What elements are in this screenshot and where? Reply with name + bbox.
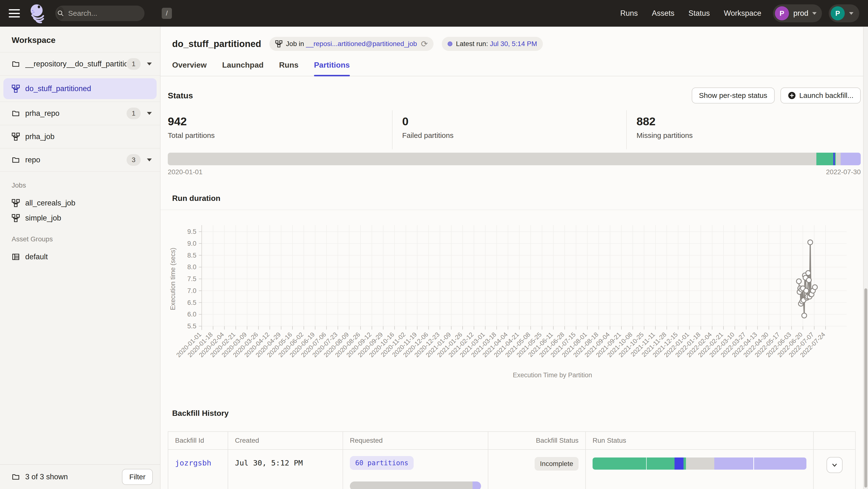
- job-origin-badge: Job in __reposi...artitioned@partitioned…: [269, 37, 434, 51]
- show-per-step-status-button[interactable]: Show per-step status: [692, 88, 775, 103]
- job-icon: [12, 85, 20, 93]
- backfill-history-table: Backfill Id Created Requested Backfill S…: [168, 431, 856, 489]
- global-search[interactable]: /: [55, 6, 145, 21]
- reload-icon[interactable]: ⟳: [421, 39, 428, 49]
- caret-down-icon[interactable]: [147, 112, 152, 115]
- sidebar-item-label: simple_job: [25, 214, 61, 223]
- run-duration-chart[interactable]: 5.56.06.57.07.58.08.59.09.52020-01-01202…: [168, 221, 861, 386]
- caret-down-icon[interactable]: [147, 159, 152, 161]
- count-badge: 1: [127, 107, 141, 119]
- svg-text:6.5: 6.5: [187, 299, 196, 306]
- backfill-row: jozrgsbh Jul 30, 5:12 PM 60 partitions 2…: [168, 450, 856, 489]
- nav-link-assets[interactable]: Assets: [652, 9, 675, 18]
- count-badge: 1: [127, 58, 141, 70]
- search-shortcut-key: /: [162, 8, 172, 19]
- hamburger-menu-icon[interactable]: [9, 9, 20, 18]
- deployment-label: prod: [793, 9, 808, 18]
- sidebar-item-simple-job[interactable]: simple_job: [12, 210, 160, 226]
- search-icon: [57, 7, 64, 20]
- stat-missing-partitions: 882 Missing partitions: [626, 110, 861, 149]
- requested-partitions-bar: [350, 482, 481, 489]
- nav-link-workspace[interactable]: Workspace: [724, 9, 761, 18]
- stat-failed-partitions: 0 Failed partitions: [392, 110, 626, 149]
- col-actions: [813, 431, 856, 450]
- svg-text:7.0: 7.0: [187, 287, 196, 294]
- folder-icon: [12, 473, 20, 481]
- nav-link-status[interactable]: Status: [689, 9, 710, 18]
- launch-backfill-button[interactable]: Launch backfill...: [780, 88, 861, 103]
- run-status-dot-icon: [447, 41, 453, 46]
- svg-text:Execution Time by Partition: Execution Time by Partition: [513, 371, 592, 379]
- job-tabs: Overview Launchpad Runs Partitions: [160, 51, 868, 76]
- sidebar-item-label: default: [25, 253, 48, 261]
- latest-run-label: Latest run:: [456, 40, 488, 48]
- deployment-switcher[interactable]: P prod: [773, 4, 822, 22]
- tab-launchpad[interactable]: Launchpad: [222, 61, 264, 76]
- svg-text:7.5: 7.5: [187, 275, 196, 283]
- sidebar-item-label: repo: [25, 156, 127, 164]
- backfill-history-title: Backfill History: [172, 409, 868, 418]
- backfill-status-badge: Incomplete: [535, 457, 579, 470]
- job-icon: [12, 199, 20, 207]
- sidebar-item-default-group[interactable]: default: [12, 249, 160, 264]
- chevron-down-icon: [849, 12, 854, 15]
- svg-text:8.0: 8.0: [187, 263, 196, 271]
- sidebar-footer: 3 of 3 shown Filter: [0, 464, 160, 489]
- job-origin-prefix: Job in: [286, 40, 304, 48]
- svg-text:9.5: 9.5: [187, 228, 196, 235]
- run-duration-title: Run duration: [172, 194, 868, 209]
- top-nav: / Runs Assets Status Workspace P prod P: [0, 0, 868, 27]
- folder-icon: [12, 156, 20, 164]
- partition-range-end: 2022-07-30: [826, 168, 861, 176]
- tab-partitions[interactable]: Partitions: [314, 61, 350, 76]
- sidebar-item-prha-repo[interactable]: prha_repo 1: [0, 102, 160, 125]
- col-requested: Requested: [343, 431, 488, 450]
- sidebar-item-do-stuff-partitioned[interactable]: do_stuff_partitioned: [3, 78, 157, 99]
- page-title: do_stuff_partitioned: [172, 39, 261, 49]
- repos-shown-count: 3 of 3 shown: [25, 472, 122, 481]
- sidebar-item-prha-job[interactable]: prha_job: [0, 125, 160, 149]
- svg-text:8.5: 8.5: [187, 252, 196, 259]
- main-content: do_stuff_partitioned Job in __reposi...a…: [160, 27, 868, 489]
- user-menu[interactable]: P: [829, 4, 859, 22]
- folder-icon: [12, 60, 20, 68]
- svg-text:6.0: 6.0: [187, 311, 196, 318]
- partition-status-bar[interactable]: [168, 153, 861, 165]
- sidebar-item-all-cereals-job[interactable]: all_cereals_job: [12, 196, 160, 210]
- chevron-down-icon: [812, 12, 816, 15]
- workspace-sidebar: Workspace __repository__do_stuff_partiti…: [0, 27, 160, 489]
- tab-runs[interactable]: Runs: [279, 61, 299, 76]
- section-label-jobs: Jobs: [12, 182, 160, 189]
- caret-down-icon[interactable]: [147, 63, 152, 65]
- backfill-id-link[interactable]: jozrgsbh: [175, 458, 211, 467]
- deployment-avatar: P: [775, 6, 789, 20]
- sidebar-item-repo[interactable]: repo 3: [0, 149, 160, 172]
- plus-circle-icon: [788, 91, 796, 100]
- col-backfill-id: Backfill Id: [168, 431, 228, 450]
- vertical-scrollbar[interactable]: [863, 27, 868, 489]
- search-input[interactable]: [64, 9, 162, 18]
- sidebar-item-repository[interactable]: __repository__do_stuff_partitio... 1: [0, 53, 160, 76]
- folder-icon: [12, 109, 20, 118]
- tab-overview[interactable]: Overview: [172, 61, 207, 76]
- expand-row-button[interactable]: [827, 457, 842, 473]
- asset-group-icon: [12, 253, 20, 261]
- job-origin-link[interactable]: __reposi...artitioned@partitioned_job: [306, 40, 417, 48]
- col-created: Created: [228, 431, 343, 450]
- filter-button[interactable]: Filter: [122, 469, 153, 485]
- run-status-bar[interactable]: [593, 457, 806, 469]
- dagster-logo[interactable]: [28, 3, 46, 24]
- sidebar-item-label: all_cereals_job: [25, 199, 75, 207]
- nav-link-runs[interactable]: Runs: [620, 9, 638, 18]
- sidebar-title: Workspace: [0, 27, 160, 52]
- scrollbar-thumb[interactable]: [864, 288, 867, 488]
- requested-partitions-badge[interactable]: 60 partitions: [350, 456, 414, 470]
- latest-run-link[interactable]: Jul 30, 5:14 PM: [490, 40, 537, 48]
- sidebar-item-label: prha_repo: [25, 109, 127, 118]
- sidebar-item-label: __repository__do_stuff_partitio...: [25, 60, 127, 68]
- job-icon: [12, 214, 20, 222]
- col-backfill-status: Backfill Status: [488, 431, 586, 450]
- backfill-created: Jul 30, 5:12 PM: [235, 450, 336, 467]
- partition-stats: 942 Total partitions 0 Failed partitions…: [168, 110, 861, 149]
- user-avatar: P: [831, 6, 845, 20]
